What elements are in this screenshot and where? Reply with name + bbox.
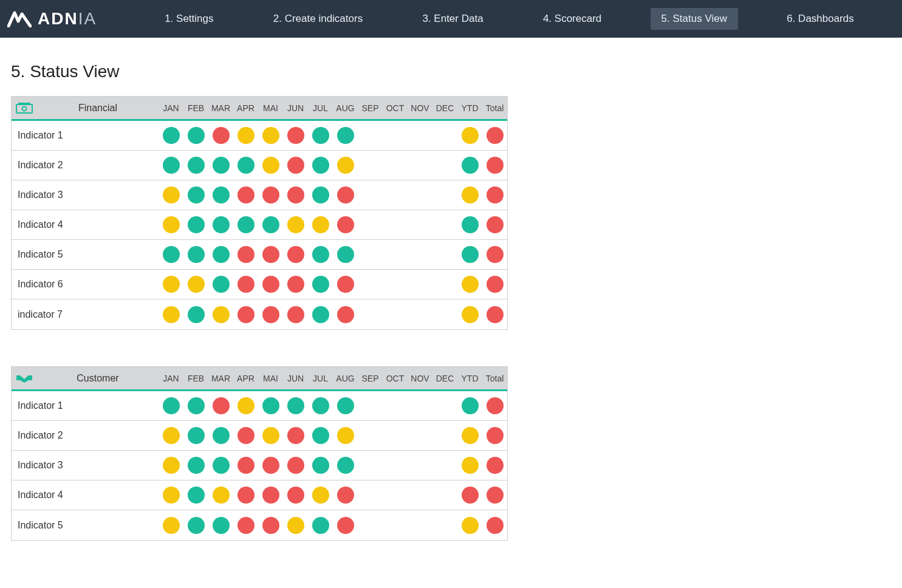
cell-APR	[233, 517, 258, 534]
cell-FEB	[183, 276, 208, 293]
status-dot-yellow	[287, 216, 304, 233]
cell-YTD	[457, 246, 482, 263]
svg-point-1	[22, 106, 27, 111]
status-dot-green	[188, 457, 205, 474]
cell-Total	[482, 517, 507, 534]
month-header-MAR: MAR	[208, 374, 233, 383]
cell-APR	[233, 127, 258, 144]
cell-JUL	[308, 487, 333, 504]
row-label: Indicator 1	[12, 130, 159, 141]
status-dot-red	[287, 127, 304, 144]
status-dot-red	[287, 306, 304, 323]
status-dot-yellow	[337, 157, 354, 174]
cell-JUN	[283, 157, 308, 174]
row-label: indicator 7	[12, 309, 159, 320]
status-dot-yellow	[262, 157, 279, 174]
cell-JUL	[308, 216, 333, 233]
cell-MAR	[208, 457, 233, 474]
cell-JUL	[308, 157, 333, 174]
cell-MAI	[258, 157, 283, 174]
row-cells	[159, 457, 507, 474]
nav-item-5[interactable]: 6. Dashboards	[776, 8, 865, 30]
status-dot-yellow	[462, 427, 479, 444]
status-dot-green	[312, 157, 329, 174]
cell-Total	[482, 306, 507, 323]
cell-JUN	[283, 487, 308, 504]
status-dot-red	[237, 517, 255, 534]
status-dot-red	[337, 306, 354, 323]
cell-AUG	[333, 427, 358, 444]
status-dot-yellow	[462, 457, 479, 474]
cell-MAR	[208, 246, 233, 263]
month-header-YTD: YTD	[457, 103, 482, 113]
status-dot-green	[213, 157, 230, 174]
status-dot-yellow	[163, 487, 180, 504]
nav-item-2[interactable]: 3. Enter Data	[411, 8, 494, 30]
status-dot-green	[213, 216, 230, 233]
status-dot-green	[462, 216, 479, 233]
status-dot-red	[262, 517, 279, 534]
cell-JUL	[308, 427, 333, 444]
row-cells	[159, 157, 507, 174]
status-dot-red	[487, 216, 504, 233]
cell-MAR	[208, 427, 233, 444]
status-dot-red	[462, 487, 479, 504]
table-row: Indicator 1	[12, 391, 507, 421]
cell-JAN	[159, 127, 183, 144]
status-dot-green	[163, 246, 180, 263]
row-label: Indicator 6	[12, 279, 159, 290]
month-header-MAR: MAR	[208, 103, 233, 113]
status-dot-red	[487, 276, 504, 293]
nav-item-3[interactable]: 4. Scorecard	[532, 8, 612, 30]
month-header-DEC: DEC	[432, 103, 457, 113]
cell-APR	[233, 487, 258, 504]
status-dot-yellow	[262, 127, 279, 144]
month-header-NOV: NOV	[408, 103, 432, 113]
status-dot-red	[213, 397, 230, 414]
month-header-OCT: OCT	[383, 103, 408, 113]
row-label: Indicator 3	[12, 460, 159, 471]
row-label: Indicator 4	[12, 219, 159, 230]
table-row: Indicator 3	[12, 451, 507, 480]
cell-MAI	[258, 246, 283, 263]
status-dot-red	[337, 186, 354, 203]
cell-MAR	[208, 216, 233, 233]
status-dot-green	[188, 517, 205, 534]
status-dot-green	[213, 517, 230, 534]
status-dot-red	[487, 157, 504, 174]
status-dot-yellow	[163, 457, 180, 474]
table-row: indicator 7	[12, 299, 507, 329]
cell-FEB	[183, 127, 208, 144]
cell-FEB	[183, 517, 208, 534]
cell-FEB	[183, 427, 208, 444]
status-dot-green	[337, 457, 354, 474]
table-row: Indicator 3	[12, 180, 507, 210]
status-dot-red	[262, 306, 279, 323]
cell-MAR	[208, 157, 233, 174]
brand-text-sub: IA	[78, 9, 97, 28]
month-header-APR: APR	[233, 374, 258, 383]
section-header: CustomerJANFEBMARAPRMAIJUNJULAUGSEPOCTNO…	[12, 367, 507, 391]
nav-item-4[interactable]: 5. Status View	[651, 8, 738, 30]
months-header: JANFEBMARAPRMAIJUNJULAUGSEPOCTNOVDECYTDT…	[159, 103, 507, 113]
status-dot-red	[237, 186, 255, 203]
nav-item-1[interactable]: 2. Create indicators	[262, 8, 374, 30]
section-title: Financial	[37, 103, 159, 114]
status-dot-yellow	[213, 306, 230, 323]
cell-YTD	[457, 276, 482, 293]
status-dot-green	[163, 127, 180, 144]
month-header-MAI: MAI	[258, 103, 283, 113]
month-header-FEB: FEB	[183, 374, 208, 383]
month-header-APR: APR	[233, 103, 258, 113]
month-header-Total: Total	[482, 103, 507, 113]
table-row: Indicator 6	[12, 270, 507, 299]
status-dot-yellow	[163, 186, 180, 203]
cell-MAI	[258, 397, 283, 414]
status-dot-green	[337, 397, 354, 414]
status-dot-red	[262, 186, 279, 203]
page-body: 5. Status View FinancialJANFEBMARAPRMAIJ…	[0, 38, 899, 588]
nav-item-0[interactable]: 1. Settings	[154, 8, 224, 30]
status-dot-green	[237, 157, 255, 174]
month-header-JAN: JAN	[159, 103, 183, 113]
status-dot-green	[312, 186, 329, 203]
